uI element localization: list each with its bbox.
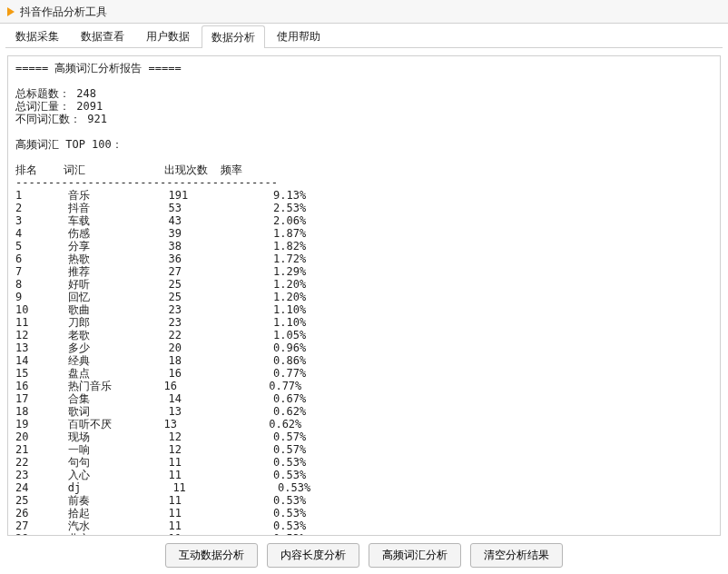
tab-4[interactable]: 使用帮助 bbox=[267, 25, 330, 47]
app-icon bbox=[7, 7, 15, 16]
tabs-separator bbox=[5, 47, 723, 48]
tab-0[interactable]: 数据采集 bbox=[5, 25, 69, 47]
report-text: ===== 高频词汇分析报告 ===== 总标题数： 248 总词汇量： 209… bbox=[15, 62, 713, 536]
interaction-analysis-button[interactable]: 互动数据分析 bbox=[165, 543, 258, 568]
tabs: 数据采集数据查看用户数据数据分析使用帮助 bbox=[0, 24, 728, 47]
tab-3[interactable]: 数据分析 bbox=[202, 25, 265, 48]
window-title: 抖音作品分析工具 bbox=[20, 0, 107, 24]
app-window: 抖音作品分析工具 数据采集数据查看用户数据数据分析使用帮助 ===== 高频词汇… bbox=[0, 0, 728, 574]
tab-1[interactable]: 数据查看 bbox=[71, 25, 134, 47]
content-length-analysis-button[interactable]: 内容长度分析 bbox=[267, 543, 359, 568]
action-bar: 互动数据分析 内容长度分析 高频词汇分析 清空分析结果 bbox=[0, 541, 728, 574]
tab-2[interactable]: 用户数据 bbox=[136, 25, 200, 47]
high-freq-word-analysis-button[interactable]: 高频词汇分析 bbox=[369, 543, 461, 568]
titlebar: 抖音作品分析工具 bbox=[0, 0, 728, 24]
clear-results-button[interactable]: 清空分析结果 bbox=[470, 543, 563, 568]
report-area[interactable]: ===== 高频词汇分析报告 ===== 总标题数： 248 总词汇量： 209… bbox=[7, 55, 721, 536]
